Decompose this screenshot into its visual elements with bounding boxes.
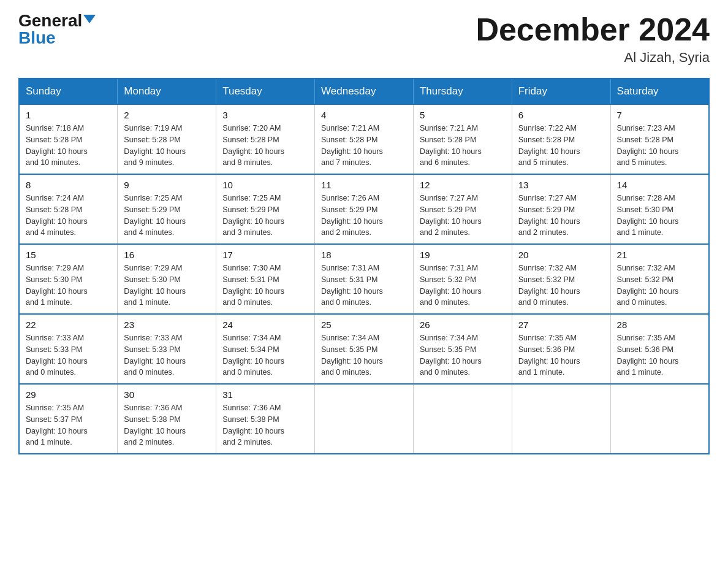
calendar-cell: 11Sunrise: 7:26 AMSunset: 5:29 PMDayligh… xyxy=(315,174,414,244)
day-number: 31 xyxy=(222,389,308,400)
calendar-cell xyxy=(413,384,512,454)
day-info: Sunrise: 7:33 AMSunset: 5:33 PMDaylight:… xyxy=(26,332,111,378)
day-number: 7 xyxy=(617,110,702,120)
day-info: Sunrise: 7:35 AMSunset: 5:37 PMDaylight:… xyxy=(26,402,111,448)
day-number: 22 xyxy=(26,320,111,330)
logo: General Blue xyxy=(18,12,96,47)
calendar-cell: 18Sunrise: 7:31 AMSunset: 5:31 PMDayligh… xyxy=(315,244,414,314)
day-info: Sunrise: 7:27 AMSunset: 5:29 PMDaylight:… xyxy=(420,193,506,239)
day-info: Sunrise: 7:31 AMSunset: 5:31 PMDaylight:… xyxy=(321,262,407,308)
day-number: 21 xyxy=(617,250,702,260)
day-number: 28 xyxy=(617,320,702,330)
day-info: Sunrise: 7:29 AMSunset: 5:30 PMDaylight:… xyxy=(26,262,111,308)
day-number: 29 xyxy=(26,389,111,400)
day-info: Sunrise: 7:28 AMSunset: 5:30 PMDaylight:… xyxy=(617,193,702,239)
day-number: 20 xyxy=(518,250,604,260)
day-number: 8 xyxy=(26,180,111,190)
day-info: Sunrise: 7:22 AMSunset: 5:28 PMDaylight:… xyxy=(518,123,604,169)
day-info: Sunrise: 7:23 AMSunset: 5:28 PMDaylight:… xyxy=(617,123,702,169)
day-info: Sunrise: 7:34 AMSunset: 5:35 PMDaylight:… xyxy=(420,332,506,378)
calendar-cell: 15Sunrise: 7:29 AMSunset: 5:30 PMDayligh… xyxy=(19,244,118,314)
day-info: Sunrise: 7:31 AMSunset: 5:32 PMDaylight:… xyxy=(420,262,506,308)
calendar-cell: 23Sunrise: 7:33 AMSunset: 5:33 PMDayligh… xyxy=(118,314,216,384)
day-info: Sunrise: 7:29 AMSunset: 5:30 PMDaylight:… xyxy=(124,262,210,308)
day-number: 15 xyxy=(26,250,111,260)
calendar-cell: 2Sunrise: 7:19 AMSunset: 5:28 PMDaylight… xyxy=(118,104,216,174)
day-info: Sunrise: 7:30 AMSunset: 5:31 PMDaylight:… xyxy=(222,262,308,308)
logo-triangle-icon xyxy=(83,15,96,23)
day-number: 6 xyxy=(518,110,604,120)
logo-general-text: General xyxy=(18,12,82,29)
title-block: December 2024 Al Jizah, Syria xyxy=(476,12,710,66)
day-number: 23 xyxy=(124,320,210,330)
day-number: 9 xyxy=(124,180,210,190)
calendar-week-row: 29Sunrise: 7:35 AMSunset: 5:37 PMDayligh… xyxy=(19,384,709,454)
day-info: Sunrise: 7:35 AMSunset: 5:36 PMDaylight:… xyxy=(617,332,702,378)
day-info: Sunrise: 7:32 AMSunset: 5:32 PMDaylight:… xyxy=(617,262,702,308)
calendar-cell: 29Sunrise: 7:35 AMSunset: 5:37 PMDayligh… xyxy=(19,384,118,454)
day-number: 14 xyxy=(617,180,702,190)
calendar-cell: 26Sunrise: 7:34 AMSunset: 5:35 PMDayligh… xyxy=(413,314,512,384)
day-number: 27 xyxy=(518,320,604,330)
calendar-week-row: 22Sunrise: 7:33 AMSunset: 5:33 PMDayligh… xyxy=(19,314,709,384)
day-info: Sunrise: 7:19 AMSunset: 5:28 PMDaylight:… xyxy=(124,123,210,169)
weekday-header-sunday: Sunday xyxy=(19,79,118,104)
calendar-cell: 3Sunrise: 7:20 AMSunset: 5:28 PMDaylight… xyxy=(216,104,315,174)
calendar-cell: 22Sunrise: 7:33 AMSunset: 5:33 PMDayligh… xyxy=(19,314,118,384)
day-number: 13 xyxy=(518,180,604,190)
calendar-week-row: 8Sunrise: 7:24 AMSunset: 5:28 PMDaylight… xyxy=(19,174,709,244)
day-info: Sunrise: 7:34 AMSunset: 5:34 PMDaylight:… xyxy=(222,332,308,378)
calendar-cell: 6Sunrise: 7:22 AMSunset: 5:28 PMDaylight… xyxy=(512,104,610,174)
weekday-header-row: SundayMondayTuesdayWednesdayThursdayFrid… xyxy=(19,79,709,104)
calendar-cell xyxy=(610,384,709,454)
day-info: Sunrise: 7:27 AMSunset: 5:29 PMDaylight:… xyxy=(518,193,604,239)
calendar-cell: 21Sunrise: 7:32 AMSunset: 5:32 PMDayligh… xyxy=(610,244,709,314)
calendar-cell: 19Sunrise: 7:31 AMSunset: 5:32 PMDayligh… xyxy=(413,244,512,314)
day-number: 24 xyxy=(222,320,308,330)
day-info: Sunrise: 7:26 AMSunset: 5:29 PMDaylight:… xyxy=(321,193,407,239)
calendar-week-row: 1Sunrise: 7:18 AMSunset: 5:28 PMDaylight… xyxy=(19,104,709,174)
weekday-header-tuesday: Tuesday xyxy=(216,79,315,104)
day-number: 30 xyxy=(124,389,210,400)
day-info: Sunrise: 7:20 AMSunset: 5:28 PMDaylight:… xyxy=(222,123,308,169)
calendar-cell: 12Sunrise: 7:27 AMSunset: 5:29 PMDayligh… xyxy=(413,174,512,244)
day-info: Sunrise: 7:34 AMSunset: 5:35 PMDaylight:… xyxy=(321,332,407,378)
calendar-cell xyxy=(315,384,414,454)
weekday-header-monday: Monday xyxy=(118,79,216,104)
calendar-cell: 25Sunrise: 7:34 AMSunset: 5:35 PMDayligh… xyxy=(315,314,414,384)
day-number: 10 xyxy=(222,180,308,190)
calendar-cell: 17Sunrise: 7:30 AMSunset: 5:31 PMDayligh… xyxy=(216,244,315,314)
day-number: 26 xyxy=(420,320,506,330)
page-header: General Blue December 2024 Al Jizah, Syr… xyxy=(18,12,710,66)
day-info: Sunrise: 7:24 AMSunset: 5:28 PMDaylight:… xyxy=(26,193,111,239)
day-info: Sunrise: 7:25 AMSunset: 5:29 PMDaylight:… xyxy=(222,193,308,239)
calendar-cell: 27Sunrise: 7:35 AMSunset: 5:36 PMDayligh… xyxy=(512,314,610,384)
day-info: Sunrise: 7:35 AMSunset: 5:36 PMDaylight:… xyxy=(518,332,604,378)
calendar-cell xyxy=(512,384,610,454)
day-number: 5 xyxy=(420,110,506,120)
day-number: 12 xyxy=(420,180,506,190)
day-number: 1 xyxy=(26,110,111,120)
day-info: Sunrise: 7:21 AMSunset: 5:28 PMDaylight:… xyxy=(321,123,407,169)
calendar-cell: 14Sunrise: 7:28 AMSunset: 5:30 PMDayligh… xyxy=(610,174,709,244)
weekday-header-wednesday: Wednesday xyxy=(315,79,414,104)
day-info: Sunrise: 7:32 AMSunset: 5:32 PMDaylight:… xyxy=(518,262,604,308)
day-number: 16 xyxy=(124,250,210,260)
day-info: Sunrise: 7:18 AMSunset: 5:28 PMDaylight:… xyxy=(26,123,111,169)
day-info: Sunrise: 7:25 AMSunset: 5:29 PMDaylight:… xyxy=(124,193,210,239)
calendar-cell: 10Sunrise: 7:25 AMSunset: 5:29 PMDayligh… xyxy=(216,174,315,244)
day-info: Sunrise: 7:33 AMSunset: 5:33 PMDaylight:… xyxy=(124,332,210,378)
calendar-subtitle: Al Jizah, Syria xyxy=(476,50,710,66)
day-number: 17 xyxy=(222,250,308,260)
weekday-header-thursday: Thursday xyxy=(413,79,512,104)
weekday-header-friday: Friday xyxy=(512,79,610,104)
day-info: Sunrise: 7:36 AMSunset: 5:38 PMDaylight:… xyxy=(222,402,308,448)
calendar-cell: 1Sunrise: 7:18 AMSunset: 5:28 PMDaylight… xyxy=(19,104,118,174)
day-number: 4 xyxy=(321,110,407,120)
day-number: 11 xyxy=(321,180,407,190)
calendar-cell: 30Sunrise: 7:36 AMSunset: 5:38 PMDayligh… xyxy=(118,384,216,454)
logo-blue-text: Blue xyxy=(18,29,56,47)
day-number: 3 xyxy=(222,110,308,120)
calendar-cell: 20Sunrise: 7:32 AMSunset: 5:32 PMDayligh… xyxy=(512,244,610,314)
day-number: 25 xyxy=(321,320,407,330)
